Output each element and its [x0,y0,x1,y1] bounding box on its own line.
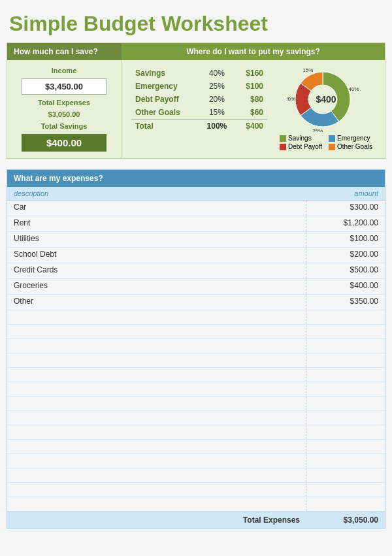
svg-text:15%: 15% [302,67,313,73]
table-row: Rent $1,200.00 [7,216,385,232]
svg-text:20%: 20% [287,96,295,102]
table-row [7,325,385,339]
expense-desc-empty-8 [7,425,306,439]
income-label: Income [52,67,77,74]
expense-desc-empty-2 [7,339,306,353]
expense-amt-empty-6 [306,397,385,410]
expense-desc-empty-11 [7,468,306,482]
table-row: Car $300.00 [7,201,385,216]
legend-label-1: Emergency [337,135,370,142]
left-header-label: How much can I save? [7,43,122,60]
total-expenses-value: $3,050.00 [48,110,80,118]
expense-rows: Car $300.00 Rent $1,200.00 Utilities $10… [7,201,385,512]
chart-legend: Savings Emergency Debt Payoff Other Goal… [280,135,372,150]
table-row [7,339,385,353]
expense-amt-empty-9 [306,440,385,453]
total-expenses-label: Total Expenses [38,99,90,106]
donut-center-label: $400 [316,94,336,105]
legend-item-0: Savings [280,135,323,142]
table-row [7,397,385,411]
savings-table: Savings 40% $160 Emergency 25% $100 Debt… [131,67,267,152]
legend-dot-2 [280,144,286,150]
chart-area: 40%25%20%15% $400 Savings Emergency Debt… [274,67,378,152]
savings-amt-1: $100 [235,80,267,93]
savings-amt-3: $60 [235,106,267,120]
table-row: School Debt $200.00 [7,248,385,263]
top-section: How much can I save? Where do I want to … [7,42,385,159]
expenses-section: What are my expenses? description amount… [7,169,385,529]
expense-desc-empty-13 [7,497,306,511]
expense-amt-0: $300.00 [306,201,385,216]
expense-amt-empty-1 [306,325,385,338]
savings-pct-2: 20% [199,93,235,106]
expense-amt-4: $500.00 [306,263,385,278]
table-row [7,440,385,454]
expenses-footer: Total Expenses $3,050.00 [7,512,385,528]
expense-amt-empty-3 [306,353,385,367]
expense-desc-6: Other [7,295,306,310]
expense-amt-6: $350.00 [306,295,385,310]
page-title: Simple Budget Worksheet [7,7,385,42]
expense-amt-3: $200.00 [306,248,385,263]
expense-desc-empty-12 [7,483,306,497]
savings-label-3: Other Goals [131,106,199,120]
expense-desc-empty-9 [7,440,306,453]
savings-pct-3: 15% [199,106,235,120]
expense-amt-empty-8 [306,425,385,439]
table-row [7,353,385,368]
left-panel: Income Total Expenses $3,050.00 Total Sa… [7,60,122,158]
expense-amt-empty-5 [306,382,385,396]
savings-label-4: Total [131,120,199,133]
expense-amt-1: $1,200.00 [306,216,385,231]
expense-amt-2: $100.00 [306,232,385,247]
table-row [7,368,385,382]
expense-amt-empty-10 [306,454,385,468]
footer-total-label: Total Expenses [7,515,306,525]
expense-desc-5: Groceries [7,279,306,294]
income-input[interactable] [22,78,106,95]
table-row [7,483,385,497]
savings-pct-1: 25% [199,80,235,93]
expense-amt-empty-4 [306,368,385,382]
donut-chart: 40%25%20%15% $400 [287,67,365,132]
right-header-label: Where do I want to put my savings? [122,43,385,60]
legend-item-1: Emergency [329,135,372,142]
expense-desc-0: Car [7,201,306,216]
savings-pct-4: 100% [199,120,235,133]
table-row [7,468,385,483]
table-row: Groceries $400.00 [7,279,385,295]
table-row [7,497,385,512]
expense-desc-1: Rent [7,216,306,231]
legend-label-0: Savings [288,135,312,142]
legend-dot-1 [329,135,335,142]
expense-desc-empty-7 [7,411,306,425]
expense-amt-empty-13 [306,497,385,511]
expense-amt-5: $400.00 [306,279,385,294]
table-row: Utilities $100.00 [7,232,385,248]
legend-item-3: Other Goals [329,143,372,150]
expense-amt-empty-12 [306,483,385,497]
svg-text:25%: 25% [312,128,323,132]
table-row [7,382,385,397]
expense-amt-empty-0 [306,310,385,324]
expense-desc-empty-3 [7,353,306,367]
table-row [7,425,385,440]
legend-item-2: Debt Payoff [280,143,323,150]
footer-total-value: $3,050.00 [306,515,385,525]
total-savings-label: Total Savings [41,122,88,130]
legend-dot-0 [280,135,286,142]
savings-amt-2: $80 [235,93,267,106]
col-description-header: description [7,189,306,197]
legend-label-3: Other Goals [337,143,372,150]
expense-desc-empty-10 [7,454,306,468]
expense-desc-empty-5 [7,382,306,396]
legend-dot-3 [329,144,335,150]
expense-desc-empty-4 [7,368,306,382]
savings-pct-0: 40% [199,67,235,80]
table-row: Credit Cards $500.00 [7,263,385,279]
total-savings-value: $400.00 [22,134,106,152]
savings-label-1: Emergency [131,80,199,93]
expense-desc-empty-1 [7,325,306,338]
table-row: Other $350.00 [7,295,385,310]
table-row [7,454,385,468]
